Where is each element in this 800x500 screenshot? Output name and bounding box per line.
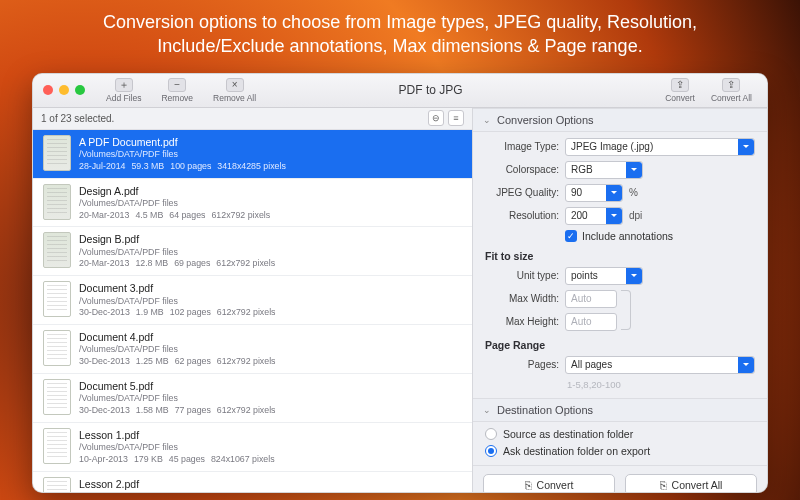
list-item[interactable]: Design A.pdf/Volumes/DATA/PDF files20-Ma… (33, 179, 472, 228)
file-thumbnail (43, 330, 71, 366)
toolbar-label: Convert (665, 93, 695, 103)
file-name: Document 3.pdf (79, 281, 282, 295)
selection-count: 1 of 23 selected. (41, 113, 114, 124)
minus-square-icon: − (168, 78, 186, 92)
remove-all-button[interactable]: × Remove All (208, 78, 261, 103)
pages-hint: 1-5,8,20-100 (485, 379, 755, 390)
chevron-down-icon (606, 208, 622, 224)
source-destination-radio[interactable]: Source as destination folder (485, 428, 755, 440)
file-thumbnail (43, 379, 71, 415)
minimize-icon[interactable] (59, 85, 69, 95)
remove-button[interactable]: − Remove (156, 78, 198, 103)
deselect-button[interactable]: ⊖ (428, 110, 444, 126)
list-item[interactable]: A PDF Document.pdf/Volumes/DATA/PDF file… (33, 130, 472, 179)
radio-icon (485, 428, 497, 440)
chevron-down-icon (626, 268, 642, 284)
app-window: ＋ Add Files − Remove × Remove All PDF to… (32, 73, 768, 493)
list-item[interactable]: Lesson 2.pdf/Volumes/DATA/PDF files10-Ap… (33, 472, 472, 492)
dpi-suffix: dpi (629, 210, 642, 221)
file-name: Document 5.pdf (79, 379, 282, 393)
file-stats: 30-Dec-20131.25 MB62 pages612x792 pixels (79, 356, 282, 368)
export-icon: ⎘ (525, 479, 532, 491)
convert-toolbar-button[interactable]: ⇪ Convert (660, 78, 700, 103)
list-item[interactable]: Design B.pdf/Volumes/DATA/PDF files20-Ma… (33, 227, 472, 276)
file-list[interactable]: A PDF Document.pdf/Volumes/DATA/PDF file… (33, 130, 472, 492)
image-type-label: Image Type: (485, 141, 559, 152)
jpeg-quality-select[interactable]: 90 (565, 184, 623, 202)
file-name: Design B.pdf (79, 232, 281, 246)
max-width-input[interactable]: Auto (565, 290, 617, 308)
window-title: PDF to JPG (271, 83, 590, 97)
file-thumbnail (43, 428, 71, 464)
file-path: /Volumes/DATA/PDF files (79, 149, 292, 161)
zoom-icon[interactable] (75, 85, 85, 95)
convert-all-toolbar-button[interactable]: ⇪ Convert All (706, 78, 757, 103)
chevron-down-icon (738, 357, 754, 373)
select-value: points (571, 270, 598, 281)
checkbox-label: Include annotations (582, 230, 673, 242)
colorspace-label: Colorspace: (485, 164, 559, 175)
file-stats: 30-Dec-20131.9 MB102 pages612x792 pixels (79, 307, 282, 319)
select-value: RGB (571, 164, 593, 175)
close-icon[interactable] (43, 85, 53, 95)
page-range-heading: Page Range (485, 339, 755, 351)
sort-button[interactable]: ≡ (448, 110, 464, 126)
file-name: Document 4.pdf (79, 330, 282, 344)
file-name: Design A.pdf (79, 184, 276, 198)
file-stats: 28-Jul-201459.3 MB100 pages3418x4285 pix… (79, 161, 292, 173)
file-name: Lesson 2.pdf (79, 477, 281, 491)
include-annotations-checkbox[interactable]: ✓ Include annotations (565, 230, 673, 242)
window-controls (43, 85, 85, 95)
destination-options-header[interactable]: ⌄ Destination Options (473, 398, 767, 422)
ask-destination-radio[interactable]: Ask destination folder on export (485, 445, 755, 457)
checkmark-icon: ✓ (565, 230, 577, 242)
file-thumbnail (43, 232, 71, 268)
add-files-button[interactable]: ＋ Add Files (101, 78, 146, 103)
select-value: 90 (571, 187, 582, 198)
file-path: /Volumes/DATA/PDF files (79, 442, 281, 454)
colorspace-select[interactable]: RGB (565, 161, 643, 179)
section-title: Destination Options (497, 404, 593, 416)
select-value: JPEG Image (.jpg) (571, 141, 653, 152)
file-stats: 10-Apr-2013179 KB45 pages824x1067 pixels (79, 454, 281, 466)
file-path: /Volumes/DATA/PDF files (79, 198, 276, 210)
pages-select[interactable]: All pages (565, 356, 755, 374)
file-name: A PDF Document.pdf (79, 135, 292, 149)
fit-to-size-heading: Fit to size (485, 250, 755, 262)
file-stats: 20-Mar-201312.8 MB69 pages612x792 pixels (79, 258, 281, 270)
list-item[interactable]: Lesson 1.pdf/Volumes/DATA/PDF files10-Ap… (33, 423, 472, 472)
image-type-select[interactable]: JPEG Image (.jpg) (565, 138, 755, 156)
toolbar-label: Convert All (711, 93, 752, 103)
options-panel: ⌄ Conversion Options Image Type: JPEG Im… (473, 108, 767, 492)
file-path: /Volumes/DATA/PDF files (79, 247, 281, 259)
file-name: Lesson 1.pdf (79, 428, 281, 442)
jpeg-quality-label: JPEG Quality: (485, 187, 559, 198)
list-item[interactable]: Document 4.pdf/Volumes/DATA/PDF files30-… (33, 325, 472, 374)
file-thumbnail (43, 477, 71, 492)
convert-all-button[interactable]: ⎘ Convert All (625, 474, 757, 492)
export-all-icon: ⇪ (722, 78, 740, 92)
titlebar: ＋ Add Files − Remove × Remove All PDF to… (33, 74, 767, 108)
max-height-label: Max Height: (485, 316, 559, 327)
chevron-down-icon (626, 162, 642, 178)
chevron-down-icon (738, 139, 754, 155)
select-value: All pages (571, 359, 612, 370)
radio-label: Source as destination folder (503, 428, 633, 440)
file-thumbnail (43, 135, 71, 171)
export-all-icon: ⎘ (660, 479, 667, 491)
pages-label: Pages: (485, 359, 559, 370)
unit-type-label: Unit type: (485, 270, 559, 281)
list-item[interactable]: Document 3.pdf/Volumes/DATA/PDF files30-… (33, 276, 472, 325)
plus-square-icon: ＋ (115, 78, 133, 92)
list-item[interactable]: Document 5.pdf/Volumes/DATA/PDF files30-… (33, 374, 472, 423)
max-height-input[interactable]: Auto (565, 313, 617, 331)
percent-suffix: % (629, 187, 638, 198)
resolution-label: Resolution: (485, 210, 559, 221)
convert-button[interactable]: ⎘ Convert (483, 474, 615, 492)
toolbar-label: Add Files (106, 93, 141, 103)
resolution-select[interactable]: 200 (565, 207, 623, 225)
unit-type-select[interactable]: points (565, 267, 643, 285)
file-stats: 30-Dec-20131.58 MB77 pages612x792 pixels (79, 405, 282, 417)
conversion-options-header[interactable]: ⌄ Conversion Options (473, 108, 767, 132)
link-dimensions-icon[interactable] (621, 290, 631, 330)
